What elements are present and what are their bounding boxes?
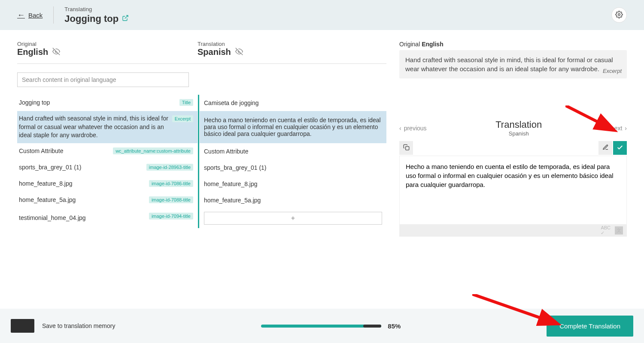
original-cell[interactable]: sports_bra_grey_01 (1)image-id-28963-tit… — [17, 159, 197, 176]
translation-subtitle: Spanish — [495, 130, 542, 137]
progress-bar — [261, 325, 381, 328]
copy-icon — [403, 144, 410, 152]
row-badge: wc_attribute_name:custom-attribute — [113, 147, 193, 154]
svg-rect-4 — [405, 147, 409, 150]
save-memory-label: Save to translation memory — [42, 322, 115, 329]
eye-off-icon[interactable] — [52, 48, 60, 57]
copy-original-button[interactable] — [399, 141, 413, 155]
row-badge: Title — [179, 99, 193, 106]
row-separator — [198, 192, 199, 208]
translation-label: Translation — [197, 41, 378, 47]
original-text: Jogging top — [19, 99, 176, 107]
row-badge: image-id-28963-title — [146, 164, 193, 171]
translating-label: Translating — [64, 6, 129, 12]
original-text: testimonial_home_04.jpg — [19, 214, 146, 223]
translation-title: Translation — [495, 119, 542, 130]
translate-icon[interactable]: 文 — [615, 226, 623, 235]
language-header: Original English Translation Spanish — [17, 41, 386, 64]
back-link[interactable]: ← Back — [17, 11, 43, 20]
settings-button[interactable] — [611, 7, 627, 23]
row-separator — [198, 143, 199, 159]
row-separator — [198, 176, 199, 192]
translation-cell[interactable]: home_feature_8.jpg — [200, 176, 386, 192]
translation-cell[interactable]: Custom Attribute — [200, 143, 386, 159]
progress-indicator: 85% — [261, 322, 401, 330]
original-cell[interactable]: Jogging topTitle — [17, 95, 197, 111]
progress-percent: 85% — [388, 322, 401, 330]
original-text: Custom Attribute — [19, 147, 109, 156]
eye-off-icon[interactable] — [235, 48, 243, 57]
previous-button[interactable]: ‹ previous — [399, 125, 427, 132]
original-text: home_feature_8.jpg — [19, 180, 146, 188]
search-input[interactable] — [17, 72, 189, 87]
original-cell[interactable]: testimonial_home_04.jpgimage-id-7094-tit… — [17, 208, 197, 228]
row-separator — [198, 208, 199, 228]
header-bar: ← Back Translating Jogging top — [0, 0, 644, 30]
next-button[interactable]: next › — [611, 125, 627, 132]
original-text: Hand crafted with seasonal style in mind… — [19, 114, 169, 140]
original-cell[interactable]: Custom Attributewc_attribute_name:custom… — [17, 143, 197, 159]
header-title-block: Translating Jogging top — [64, 6, 129, 24]
translation-title-block: Translation Spanish — [495, 119, 542, 137]
arrow-left-icon: ← — [17, 11, 25, 20]
content-row[interactable]: home_feature_8.jpgimage-id-7086-titlehom… — [17, 176, 386, 192]
row-badge: image-id-7094-title — [149, 213, 193, 220]
translation-cell[interactable]: home_feature_5a.jpg — [200, 192, 386, 208]
footer-bar: Save to translation memory 85% Complete … — [0, 309, 644, 343]
translation-cell[interactable]: Hecho a mano teniendo en cuenta el estil… — [200, 111, 386, 143]
translation-textarea[interactable] — [400, 156, 626, 223]
chevron-left-icon: ‹ — [399, 125, 401, 132]
original-language: English — [17, 47, 197, 57]
content-row[interactable]: Jogging topTitleCamiseta de jogging — [17, 95, 386, 111]
content-row[interactable]: home_feature_5a.jpgimage-id-7088-titleho… — [17, 192, 386, 208]
svg-point-1 — [618, 13, 620, 15]
original-cell[interactable]: home_feature_8.jpgimage-id-7086-title — [17, 176, 197, 192]
progress-remaining — [363, 325, 381, 328]
content-row[interactable]: sports_bra_grey_01 (1)image-id-28963-tit… — [17, 159, 386, 176]
complete-translation-button[interactable]: Complete Translation — [547, 316, 633, 337]
spellcheck-icon[interactable]: ABC✓ — [601, 225, 611, 236]
row-badge: image-id-7086-title — [149, 180, 193, 187]
original-preview-box: Hand crafted with seasonal style in mind… — [399, 50, 627, 78]
original-cell[interactable]: Hand crafted with seasonal style in mind… — [17, 111, 197, 143]
translation-cell[interactable]: + — [200, 208, 386, 228]
content-row[interactable]: testimonial_home_04.jpgimage-id-7094-tit… — [17, 208, 386, 228]
original-text: sports_bra_grey_01 (1) — [19, 163, 143, 172]
row-separator — [198, 95, 199, 111]
translation-cell[interactable]: Camiseta de jogging — [200, 95, 386, 111]
translation-cell[interactable]: sports_bra_grey_01 (1) — [200, 159, 386, 176]
chevron-right-icon: › — [625, 125, 627, 132]
back-label: Back — [28, 12, 43, 19]
translation-nav: ‹ previous Translation Spanish next › — [399, 119, 627, 137]
edit-button[interactable] — [598, 141, 612, 155]
add-translation-placeholder[interactable]: + — [204, 212, 382, 225]
original-preview-tag: Excerpt — [603, 67, 622, 75]
original-cell[interactable]: home_feature_5a.jpgimage-id-7088-title — [17, 192, 197, 208]
original-preview-label: Original English — [399, 41, 627, 48]
confirm-button[interactable] — [613, 141, 627, 155]
original-label: Original — [17, 41, 197, 47]
editor-footer: ABC✓ 文 — [400, 224, 626, 236]
content-row[interactable]: Hand crafted with seasonal style in mind… — [17, 111, 386, 143]
page-title: Jogging top — [64, 13, 129, 24]
external-link-icon[interactable] — [122, 15, 129, 23]
save-memory-toggle[interactable] — [11, 319, 34, 333]
pencil-icon — [602, 144, 609, 152]
content-row[interactable]: Custom Attributewc_attribute_name:custom… — [17, 143, 386, 159]
row-separator — [198, 159, 199, 176]
divider — [53, 6, 54, 24]
svg-line-0 — [125, 15, 128, 18]
original-preview-text: Hand crafted with seasonal style in mind… — [405, 56, 613, 72]
content-table: Jogging topTitleCamiseta de joggingHand … — [17, 95, 386, 228]
gear-icon — [615, 11, 623, 20]
translation-editor: ABC✓ 文 — [399, 156, 627, 237]
check-icon — [617, 144, 623, 152]
row-badge: Excerpt — [172, 115, 193, 122]
row-badge: image-id-7088-title — [149, 196, 193, 203]
translation-toolbar — [399, 141, 627, 155]
row-separator — [198, 111, 199, 143]
original-text: home_feature_5a.jpg — [19, 196, 146, 205]
translation-language: Spanish — [197, 47, 378, 57]
